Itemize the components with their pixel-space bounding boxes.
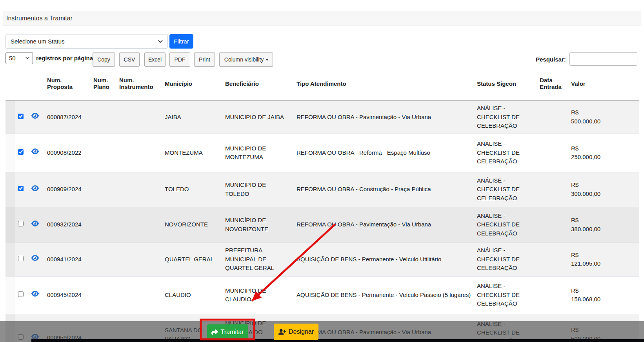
instrumentos-a-tramitar-page: Instrumentos a Tramitar Selecione um Sta… — [0, 0, 644, 342]
table-body: 000887/2024 JAIBA MUNICIPIO DE JAIBA REF… — [5, 101, 639, 342]
column-header-municipio[interactable]: Município — [162, 67, 222, 101]
view-cell — [28, 276, 44, 314]
eye-icon[interactable] — [31, 148, 39, 155]
sorted-column-cell — [5, 172, 15, 207]
tipo-atendimento: AQUISIÇÃO DE BENS - Permanente - Veículo… — [293, 276, 474, 314]
column-header-tipo-atendimento[interactable]: Tipo Atendimento — [293, 67, 474, 101]
search-input[interactable] — [569, 52, 637, 66]
status-filter-select[interactable]: Selecione um Status — [5, 34, 168, 49]
column-header-status-sigcon[interactable]: Status Sigcon — [474, 67, 537, 101]
table-row: 000932/2024 NOVORIZONTE MUNICÍPIO DE NOV… — [5, 207, 639, 242]
table-row: 000945/2024 CLAUDIO MUNICIPIO DE CLAUDIO… — [5, 276, 639, 314]
column-header-num-instrumento[interactable]: Num. Instrumento — [116, 67, 162, 101]
sorted-column-cell — [5, 134, 15, 172]
sorted-column-cell — [5, 242, 15, 276]
tipo-atendimento: REFORMA OU OBRA - Pavimentação - Via Urb… — [293, 207, 474, 242]
beneficiario: MUNICIPIO DE JAIBA — [225, 113, 286, 122]
tramitar-label: Tramitar — [221, 329, 244, 336]
filtrar-button[interactable]: Filtrar — [169, 34, 193, 49]
table-row: 000941/2024 QUARTEL GERAL PREFEITURA MUN… — [5, 242, 639, 276]
user-plus-icon — [278, 329, 286, 335]
num-proposta: 000932/2024 — [44, 207, 90, 242]
tipo-atendimento: AQUISIÇÃO DE BENS - Permanente - Veículo… — [293, 242, 474, 276]
eye-icon[interactable] — [31, 220, 39, 227]
designar-button[interactable]: Designar — [274, 324, 318, 340]
data-entrada — [537, 207, 568, 242]
municipio: JAIBA — [165, 113, 218, 122]
row-checkbox[interactable] — [18, 221, 24, 226]
beneficiario: MUNICIPIO DE MONTEZUMA — [225, 144, 286, 162]
column-header-select — [15, 67, 28, 101]
row-checkbox[interactable] — [18, 149, 24, 155]
bottom-strip — [31, 339, 644, 342]
column-header-valor[interactable]: Valor — [568, 67, 639, 101]
sorted-column-cell — [5, 101, 15, 134]
column-header-data-entrada[interactable]: Data Entrada — [537, 67, 568, 101]
tramitar-button[interactable]: Tramitar — [207, 324, 248, 340]
data-entrada — [537, 172, 568, 207]
column-header-num-proposta[interactable]: Num. Proposta — [44, 67, 90, 101]
status-sigcon: ANÁLISE - CHECKLIST DE CELEBRAÇÃO — [477, 212, 521, 238]
beneficiario: MUNICIPIO DE TOLEDO — [225, 181, 286, 198]
select-cell — [15, 276, 28, 314]
status-sigcon: ANÁLISE - CHECKLIST DE CELEBRAÇÃO — [477, 282, 521, 308]
beneficiario: MUNICIPIO DE CLAUDIO — [225, 286, 286, 304]
column-header-num-plano[interactable]: Num. Plano — [90, 67, 116, 101]
num-plano — [90, 172, 116, 207]
valor: R$ 250.000,00 — [571, 144, 605, 162]
column-visibility-button[interactable]: Column visibility ▾ — [219, 52, 273, 67]
tipo-atendimento: REFORMA OU OBRA - Construção - Praça Púb… — [293, 172, 474, 207]
row-checkbox[interactable] — [18, 291, 24, 297]
eye-icon[interactable] — [31, 185, 39, 192]
num-proposta: 000941/2024 — [44, 242, 90, 276]
num-instrumento — [116, 207, 162, 242]
view-cell — [28, 101, 44, 134]
instrumentos-table: Num. Proposta Num. Plano Num. Instrument… — [5, 67, 639, 342]
print-button[interactable]: Print — [194, 52, 215, 67]
municipio: NOVORIZONTE — [165, 220, 218, 229]
eye-icon[interactable] — [31, 112, 39, 119]
row-checkbox[interactable] — [18, 186, 24, 191]
page-size-value: 50 — [9, 55, 16, 62]
column-visibility-label: Column visibility — [224, 56, 264, 63]
municipio: TOLEDO — [165, 185, 218, 194]
view-cell — [28, 242, 44, 276]
page-size-select[interactable]: 50 — [5, 52, 33, 64]
valor: R$ 121.095,00 — [571, 251, 605, 268]
column-header-view — [28, 67, 44, 101]
column-header-empty — [5, 67, 15, 101]
num-proposta: 000909/2024 — [44, 172, 90, 207]
num-proposta: 000945/2024 — [44, 276, 90, 314]
beneficiario: MUNICÍPIO DE NOVORIZONTE — [225, 216, 286, 233]
tipo-atendimento: REFORMA OU OBRA - Pavimentação - Via Urb… — [293, 101, 474, 134]
num-plano — [90, 134, 116, 172]
beneficiario: PREFEITURA MUNICIPAL DE QUARTEL GERAL — [225, 246, 286, 273]
column-header-beneficiario[interactable]: Beneficiário — [222, 67, 293, 101]
view-cell — [28, 207, 44, 242]
chevron-down-icon — [25, 57, 29, 60]
page-size-label: registros por página — [36, 52, 93, 64]
chevron-down-icon — [158, 40, 163, 43]
copy-button[interactable]: Copy — [93, 52, 115, 67]
row-checkbox[interactable] — [18, 114, 24, 119]
excel-button[interactable]: Excel — [144, 52, 166, 67]
table-row: 000909/2024 TOLEDO MUNICIPIO DE TOLEDO R… — [5, 172, 639, 207]
select-cell — [15, 101, 28, 134]
num-instrumento — [116, 172, 162, 207]
share-icon — [211, 329, 218, 336]
valor: R$ 300.000,00 — [571, 181, 605, 198]
row-checkbox[interactable] — [18, 256, 24, 261]
data-entrada — [537, 242, 568, 276]
num-instrumento — [116, 134, 162, 172]
eye-icon[interactable] — [31, 290, 39, 297]
num-proposta: 000908/2022 — [44, 134, 90, 172]
municipio: QUARTEL GERAL — [165, 255, 218, 264]
pdf-button[interactable]: PDF — [169, 52, 190, 67]
table-header: Num. Proposta Num. Plano Num. Instrument… — [5, 67, 639, 101]
eye-icon[interactable] — [31, 255, 39, 261]
municipio: MONTEZUMA — [165, 148, 218, 157]
designar-label: Designar — [289, 328, 314, 335]
num-instrumento — [116, 276, 162, 314]
csv-button[interactable]: CSV — [119, 52, 140, 67]
num-proposta: 000887/2024 — [44, 101, 90, 134]
